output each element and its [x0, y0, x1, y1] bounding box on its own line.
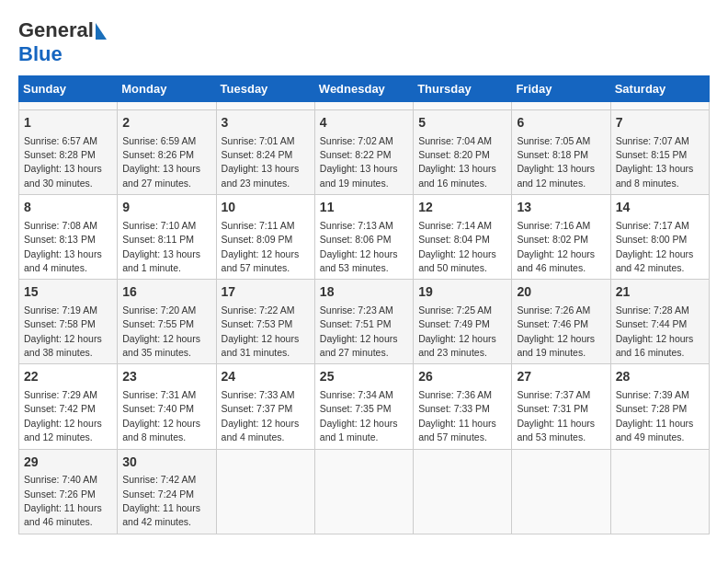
- calendar-cell: 20Sunrise: 7:26 AMSunset: 7:46 PMDayligh…: [512, 280, 610, 364]
- day-info: Sunrise: 7:29 AMSunset: 7:42 PMDaylight:…: [24, 389, 102, 442]
- day-number: 17: [222, 283, 310, 302]
- calendar-cell: 5Sunrise: 7:04 AMSunset: 8:20 PMDaylight…: [414, 110, 512, 195]
- calendar-cell: [19, 102, 118, 110]
- calendar-cell: [610, 449, 709, 534]
- day-number: 10: [222, 199, 310, 217]
- calendar-cell: 27Sunrise: 7:37 AMSunset: 7:31 PMDayligh…: [512, 364, 610, 449]
- day-number: 30: [122, 454, 210, 472]
- calendar-cell: 29Sunrise: 7:40 AMSunset: 7:26 PMDayligh…: [19, 449, 118, 534]
- day-number: 9: [122, 199, 210, 217]
- day-info: Sunrise: 7:07 AMSunset: 8:15 PMDaylight:…: [616, 135, 694, 189]
- calendar-cell: 22Sunrise: 7:29 AMSunset: 7:42 PMDayligh…: [19, 364, 118, 449]
- day-number: 11: [320, 199, 408, 217]
- calendar-cell: 14Sunrise: 7:17 AMSunset: 8:00 PMDayligh…: [610, 195, 709, 280]
- day-info: Sunrise: 7:02 AMSunset: 8:22 PMDaylight:…: [320, 135, 398, 189]
- day-info: Sunrise: 7:14 AMSunset: 8:04 PMDaylight:…: [418, 220, 496, 273]
- day-info: Sunrise: 7:31 AMSunset: 7:40 PMDaylight:…: [122, 389, 200, 442]
- day-number: 24: [222, 368, 310, 386]
- logo-general: General: [18, 18, 94, 42]
- calendar-cell: 26Sunrise: 7:36 AMSunset: 7:33 PMDayligh…: [414, 364, 512, 449]
- day-info: Sunrise: 7:37 AMSunset: 7:31 PMDaylight:…: [517, 389, 595, 442]
- day-info: Sunrise: 7:40 AMSunset: 7:26 PMDaylight:…: [24, 474, 102, 527]
- day-info: Sunrise: 7:33 AMSunset: 7:37 PMDaylight:…: [222, 389, 300, 442]
- calendar-cell: 25Sunrise: 7:34 AMSunset: 7:35 PMDayligh…: [314, 364, 413, 449]
- day-info: Sunrise: 7:16 AMSunset: 8:02 PMDaylight:…: [517, 220, 595, 273]
- day-number: 4: [320, 114, 408, 132]
- calendar-cell: 16Sunrise: 7:20 AMSunset: 7:55 PMDayligh…: [118, 280, 216, 364]
- calendar-cell: [414, 102, 512, 110]
- day-number: 28: [616, 368, 704, 386]
- day-number: 18: [320, 283, 408, 302]
- calendar-cell: 19Sunrise: 7:25 AMSunset: 7:49 PMDayligh…: [414, 280, 512, 364]
- calendar-cell: [216, 102, 314, 110]
- day-info: Sunrise: 7:08 AMSunset: 8:13 PMDaylight:…: [24, 220, 102, 273]
- calendar-cell: 3Sunrise: 7:01 AMSunset: 8:24 PMDaylight…: [216, 110, 314, 195]
- day-info: Sunrise: 7:25 AMSunset: 7:49 PMDaylight:…: [418, 304, 496, 358]
- page-header: General Blue: [18, 18, 710, 66]
- week-row-4: 22Sunrise: 7:29 AMSunset: 7:42 PMDayligh…: [19, 364, 710, 449]
- day-info: Sunrise: 7:26 AMSunset: 7:46 PMDaylight:…: [517, 304, 595, 358]
- day-number: 1: [24, 114, 112, 132]
- calendar-cell: 1Sunrise: 6:57 AMSunset: 8:28 PMDaylight…: [19, 110, 118, 195]
- calendar-cell: 21Sunrise: 7:28 AMSunset: 7:44 PMDayligh…: [610, 280, 709, 364]
- logo-arrow-icon: [96, 23, 107, 40]
- day-info: Sunrise: 7:13 AMSunset: 8:06 PMDaylight:…: [320, 220, 398, 273]
- week-row-3: 15Sunrise: 7:19 AMSunset: 7:58 PMDayligh…: [19, 280, 710, 364]
- header-sunday: Sunday: [19, 76, 118, 102]
- day-number: 8: [24, 199, 112, 217]
- day-number: 26: [418, 368, 506, 386]
- calendar-cell: 7Sunrise: 7:07 AMSunset: 8:15 PMDaylight…: [610, 110, 709, 195]
- day-info: Sunrise: 7:39 AMSunset: 7:28 PMDaylight:…: [616, 389, 694, 442]
- calendar-cell: 10Sunrise: 7:11 AMSunset: 8:09 PMDayligh…: [216, 195, 314, 280]
- day-number: 16: [122, 283, 210, 302]
- calendar-cell: 30Sunrise: 7:42 AMSunset: 7:24 PMDayligh…: [118, 449, 216, 534]
- calendar-cell: [414, 449, 512, 534]
- calendar-cell: [610, 102, 709, 110]
- header-friday: Friday: [512, 76, 610, 102]
- day-info: Sunrise: 6:57 AMSunset: 8:28 PMDaylight:…: [24, 135, 102, 189]
- calendar-cell: 15Sunrise: 7:19 AMSunset: 7:58 PMDayligh…: [19, 280, 118, 364]
- calendar-cell: 18Sunrise: 7:23 AMSunset: 7:51 PMDayligh…: [314, 280, 413, 364]
- day-number: 20: [517, 283, 605, 302]
- logo: General Blue: [18, 18, 107, 66]
- day-number: 29: [24, 454, 112, 472]
- day-number: 21: [616, 283, 704, 302]
- calendar-cell: [314, 102, 413, 110]
- header-row: SundayMondayTuesdayWednesdayThursdayFrid…: [19, 76, 710, 102]
- day-number: 23: [122, 368, 210, 386]
- day-info: Sunrise: 7:04 AMSunset: 8:20 PMDaylight:…: [418, 135, 496, 189]
- day-number: 19: [418, 283, 506, 302]
- header-thursday: Thursday: [414, 76, 512, 102]
- day-number: 3: [222, 114, 310, 132]
- day-info: Sunrise: 7:11 AMSunset: 8:09 PMDaylight:…: [222, 220, 300, 273]
- logo-blue: Blue: [18, 42, 63, 65]
- calendar-cell: 6Sunrise: 7:05 AMSunset: 8:18 PMDaylight…: [512, 110, 610, 195]
- week-row-2: 8Sunrise: 7:08 AMSunset: 8:13 PMDaylight…: [19, 195, 710, 280]
- day-number: 12: [418, 199, 506, 217]
- calendar-cell: 17Sunrise: 7:22 AMSunset: 7:53 PMDayligh…: [216, 280, 314, 364]
- day-info: Sunrise: 7:28 AMSunset: 7:44 PMDaylight:…: [616, 304, 694, 358]
- calendar-cell: 2Sunrise: 6:59 AMSunset: 8:26 PMDaylight…: [118, 110, 216, 195]
- day-number: 13: [517, 199, 605, 217]
- day-info: Sunrise: 7:10 AMSunset: 8:11 PMDaylight:…: [122, 220, 200, 273]
- day-number: 22: [24, 368, 112, 386]
- calendar-table: SundayMondayTuesdayWednesdayThursdayFrid…: [18, 75, 710, 534]
- calendar-cell: [216, 449, 314, 534]
- day-info: Sunrise: 7:20 AMSunset: 7:55 PMDaylight:…: [122, 304, 200, 358]
- day-number: 27: [517, 368, 605, 386]
- calendar-cell: [314, 449, 413, 534]
- day-number: 6: [517, 114, 605, 132]
- header-monday: Monday: [118, 76, 216, 102]
- header-wednesday: Wednesday: [314, 76, 413, 102]
- calendar-cell: 13Sunrise: 7:16 AMSunset: 8:02 PMDayligh…: [512, 195, 610, 280]
- day-number: 14: [616, 199, 704, 217]
- day-info: Sunrise: 7:01 AMSunset: 8:24 PMDaylight:…: [222, 135, 300, 189]
- header-saturday: Saturday: [610, 76, 709, 102]
- calendar-cell: [512, 449, 610, 534]
- calendar-cell: 28Sunrise: 7:39 AMSunset: 7:28 PMDayligh…: [610, 364, 709, 449]
- calendar-cell: 9Sunrise: 7:10 AMSunset: 8:11 PMDaylight…: [118, 195, 216, 280]
- calendar-cell: 12Sunrise: 7:14 AMSunset: 8:04 PMDayligh…: [414, 195, 512, 280]
- day-info: Sunrise: 7:19 AMSunset: 7:58 PMDaylight:…: [24, 304, 102, 358]
- day-number: 7: [616, 114, 704, 132]
- day-info: Sunrise: 7:22 AMSunset: 7:53 PMDaylight:…: [222, 304, 300, 358]
